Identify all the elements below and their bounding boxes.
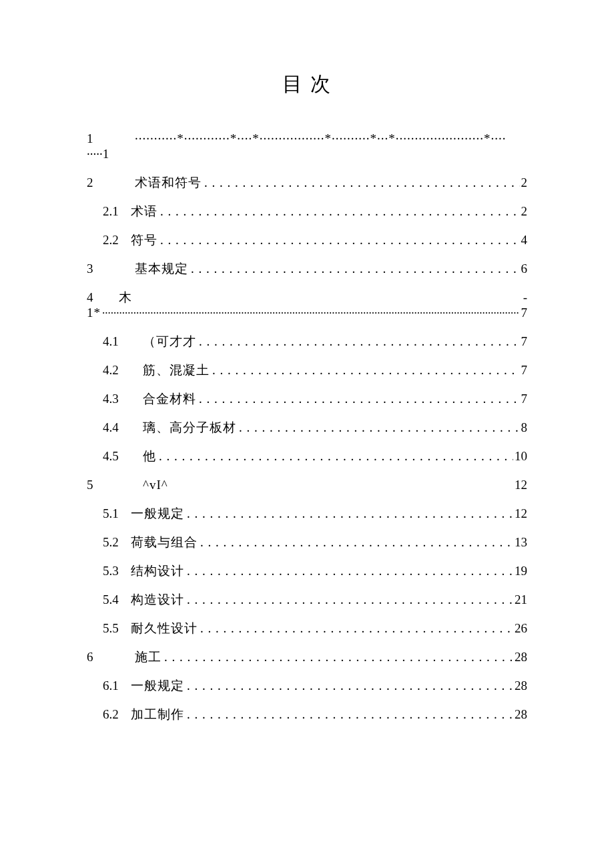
toc-label: 构造设计 [131, 593, 184, 606]
leader-dots [188, 262, 520, 275]
leader-dots [184, 679, 513, 692]
toc-page: 2 [520, 205, 528, 218]
leader-dots [156, 450, 513, 462]
toc-page: 2 [520, 176, 528, 189]
table-of-contents: 1 ···········*············*····*········… [87, 132, 527, 737]
toc-label: 结构设计 [131, 564, 184, 577]
toc-page: 19 [513, 564, 527, 577]
toc-page: 7 [520, 335, 528, 348]
toc-number: 5.4 [103, 593, 131, 606]
toc-subentry: 4.3 合金材料 7 [87, 392, 527, 405]
toc-label: 木 [119, 291, 132, 304]
toc-subentry: 5.3 结构设计 19 [87, 564, 527, 577]
toc-label: 他 [143, 450, 156, 462]
toc-page: 7 [520, 364, 528, 376]
toc-number: 5.1 [103, 507, 131, 520]
toc-entry: 3 基本规定 6 [87, 262, 527, 275]
toc-page: 7 [520, 392, 528, 405]
toc-number: 3 [87, 262, 135, 275]
toc-subentry: 4.1 （可才才 7 [87, 335, 527, 348]
toc-fill: ···········*············*····*··········… [135, 132, 507, 145]
leader-dots [196, 392, 520, 405]
leader-finedots [101, 306, 520, 319]
toc-label: 耐久性设计 [131, 622, 198, 634]
toc-page: 28 [513, 708, 527, 721]
leader-dots [158, 234, 520, 246]
toc-number: 6 [87, 650, 135, 663]
leader-dots [210, 364, 520, 376]
toc-wrap: ·····1 [87, 147, 527, 160]
toc-number: 4.1 [103, 335, 143, 348]
toc-page: 10 [513, 450, 527, 462]
toc-subentry: 2.2 符号 4 [87, 234, 527, 246]
toc-subentry: 2.1 术语 2 [87, 205, 527, 218]
toc-number: 6.2 [103, 708, 131, 721]
toc-label: ^vI^ [143, 478, 168, 491]
toc-number: 5.3 [103, 564, 131, 577]
toc-number: 4.4 [103, 421, 143, 434]
toc-number: 5.2 [103, 536, 131, 548]
toc-wrap-start: 1* [87, 306, 101, 319]
toc-number: 2.2 [103, 234, 131, 246]
toc-subentry: 5.4 构造设计 21 [87, 593, 527, 606]
toc-subentry: 6.2 加工制作 28 [87, 708, 527, 721]
toc-subentry: 4.4 璃、高分子板材 8 [87, 421, 527, 434]
page: 目 次 1 ···········*············*····*····… [0, 0, 614, 868]
toc-entry: 1 ···········*············*····*········… [87, 132, 527, 160]
toc-page: 7 [520, 306, 528, 319]
toc-number: 6.1 [103, 679, 131, 692]
toc-entry: 5 ^vI^ 12 [87, 478, 527, 491]
toc-number: 4.5 [103, 450, 143, 462]
toc-label: 一般规定 [131, 507, 184, 520]
page-title: 目 次 [0, 71, 614, 98]
toc-page: 28 [513, 650, 527, 663]
toc-label: 璃、高分子板材 [143, 421, 236, 434]
toc-entry: 2 术语和符号 2 [87, 176, 527, 189]
toc-number: 2 [87, 176, 135, 189]
toc-number: 5 [87, 478, 143, 491]
leader-dots [184, 564, 513, 577]
toc-page: 12 [513, 478, 527, 491]
toc-page: 8 [520, 421, 528, 434]
toc-subentry: 5.2 荷载与组合 13 [87, 536, 527, 548]
leader-dots [202, 176, 520, 189]
toc-label: 合金材料 [143, 392, 196, 405]
toc-trail: - [522, 291, 527, 304]
toc-subentry: 6.1 一般规定 28 [87, 679, 527, 692]
toc-subentry: 4.2 筋、混凝土 7 [87, 364, 527, 376]
toc-subentry: 5.1 一般规定 12 [87, 507, 527, 520]
toc-entry: 4 木 - 1* 7 [87, 291, 527, 319]
toc-number: 4.3 [103, 392, 143, 405]
toc-label: （可才才 [143, 335, 196, 348]
toc-page: 6 [520, 262, 528, 275]
toc-number: 2.1 [103, 205, 131, 218]
toc-number: 1 [87, 132, 135, 145]
toc-page: 12 [513, 507, 527, 520]
leader-dots [236, 421, 520, 434]
toc-number: 5.5 [103, 622, 131, 634]
toc-number: 4.2 [103, 364, 143, 376]
leader-dots [158, 205, 520, 218]
toc-page: 28 [513, 679, 527, 692]
toc-label: 一般规定 [131, 679, 184, 692]
toc-label: 基本规定 [135, 262, 188, 275]
toc-number: 4 [87, 291, 119, 304]
toc-subentry: 4.5 他 10 [87, 450, 527, 462]
leader-dots [184, 593, 513, 606]
toc-label: 术语和符号 [135, 176, 202, 189]
leader-dots [184, 507, 513, 520]
leader-dots [198, 536, 513, 548]
toc-label: 荷载与组合 [131, 536, 198, 548]
leader-dots [162, 650, 513, 663]
toc-label: 筋、混凝土 [143, 364, 210, 376]
toc-subentry: 5.5 耐久性设计 26 [87, 622, 527, 634]
leader-dots [198, 622, 513, 634]
toc-label: 加工制作 [131, 708, 184, 721]
toc-label: 符号 [131, 234, 158, 246]
leader-dots [196, 335, 520, 348]
toc-label: 施工 [135, 650, 162, 663]
toc-page: 26 [513, 622, 527, 634]
toc-page: 21 [513, 593, 527, 606]
toc-page: 13 [513, 536, 527, 548]
toc-entry: 6 施工 28 [87, 650, 527, 663]
